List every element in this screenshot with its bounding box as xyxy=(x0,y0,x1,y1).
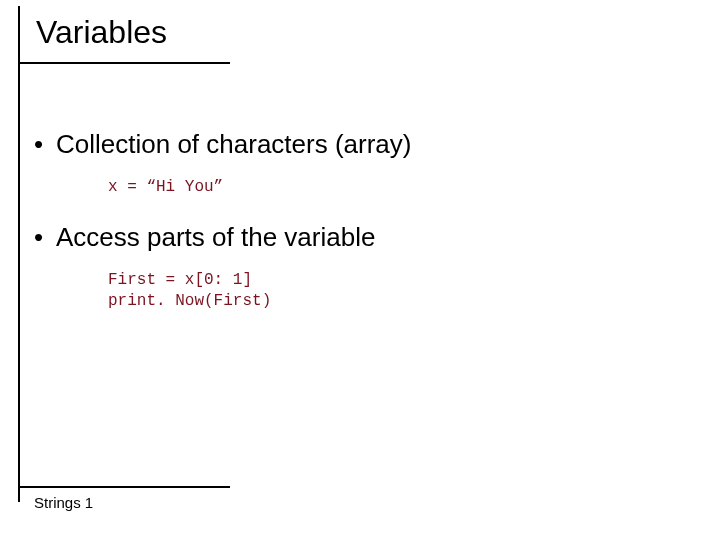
bullet-item: Access parts of the variable xyxy=(34,221,674,254)
slide-body: Collection of characters (array) x = “Hi… xyxy=(34,128,674,335)
code-block: First = x[0: 1] print. Now(First) xyxy=(108,270,674,312)
bullet-text: Access parts of the variable xyxy=(56,222,375,252)
bullet-text: Collection of characters (array) xyxy=(56,129,411,159)
slide: Variables Collection of characters (arra… xyxy=(0,0,720,540)
bullet-item: Collection of characters (array) xyxy=(34,128,674,161)
footer-text: Strings 1 xyxy=(34,494,93,511)
footer-rule xyxy=(18,486,230,488)
title-underline xyxy=(18,62,230,64)
slide-title: Variables xyxy=(36,14,167,51)
left-rule xyxy=(18,6,20,502)
code-block: x = “Hi You” xyxy=(108,177,674,198)
